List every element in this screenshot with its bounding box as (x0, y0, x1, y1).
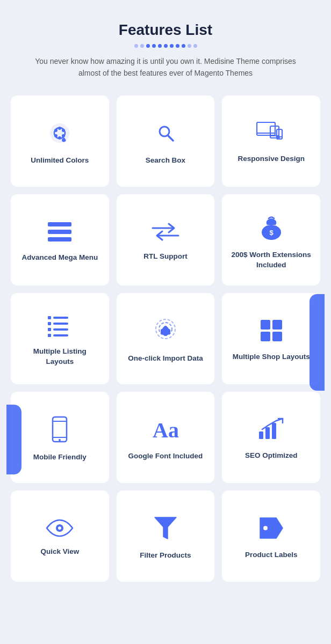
feature-card-quick-view[interactable]: Quick View (11, 491, 109, 582)
feature-card-unlimited-colors[interactable]: Unlimited Colors (11, 96, 109, 187)
svg-point-7 (54, 129, 57, 132)
svg-point-46 (59, 439, 61, 441)
svg-rect-32 (53, 334, 68, 336)
dot (134, 44, 138, 48)
feature-label-quick-view: Quick View (40, 547, 79, 557)
feature-card-product-labels[interactable]: Product Labels (222, 491, 320, 582)
dot (188, 44, 191, 48)
svg-rect-49 (265, 427, 270, 439)
svg-rect-39 (261, 320, 270, 330)
feature-label-unlimited-colors: Unlimited Colors (31, 156, 89, 166)
seo-icon (258, 418, 285, 441)
svg-rect-50 (272, 423, 276, 439)
feature-card-one-click-import[interactable]: One-click Import Data (117, 293, 215, 384)
feature-label-rtl-support: RTL Support (143, 252, 188, 262)
page-wrapper: Features List You never know how amazing… (0, 0, 331, 603)
feature-card-rtl-support[interactable]: RTL Support (117, 194, 215, 286)
dot (158, 44, 162, 48)
feature-card-filter-products[interactable]: Filter Products (117, 491, 215, 582)
search-icon (153, 120, 178, 146)
svg-rect-29 (48, 328, 51, 331)
svg-rect-28 (53, 323, 68, 325)
feature-label-advanced-mega-menu: Advanced Mega Menu (21, 253, 98, 263)
svg-rect-41 (261, 332, 270, 341)
filter-icon (154, 515, 177, 541)
svg-rect-20 (48, 237, 71, 241)
svg-point-6 (54, 134, 57, 137)
features-header: Features List You never know how amazing… (11, 21, 320, 79)
svg-rect-42 (272, 332, 282, 341)
feature-card-responsive-design[interactable]: Responsive Design (222, 96, 320, 187)
svg-rect-37 (161, 329, 163, 334)
feature-label-one-click-import: One-click Import Data (128, 354, 203, 364)
svg-point-3 (62, 129, 65, 132)
svg-text:Aa: Aa (153, 418, 179, 442)
svg-point-0 (50, 123, 69, 143)
list-icon (47, 314, 73, 337)
feature-card-mobile-friendly[interactable]: Mobile Friendly (11, 392, 109, 483)
svg-rect-31 (48, 334, 51, 337)
dot (152, 44, 156, 48)
feature-card-advanced-mega-menu[interactable]: Advanced Mega Menu (11, 194, 109, 286)
feature-label-multiple-listing: Multiple Listing Layouts (19, 347, 100, 367)
grid-icon (260, 319, 283, 342)
feature-label-mobile-friendly: Mobile Friendly (33, 452, 87, 463)
feature-card-google-font[interactable]: Aa Google Font Included (117, 392, 215, 483)
decorative-dots (11, 44, 320, 48)
dot (176, 44, 179, 48)
svg-rect-27 (48, 322, 51, 325)
svg-rect-25 (48, 316, 51, 319)
feature-card-seo-optimized[interactable]: SEO Optimized (222, 392, 320, 483)
money-bag-icon: $ (260, 214, 283, 240)
touch-icon (154, 317, 177, 344)
feature-label-product-labels: Product Labels (245, 550, 298, 560)
dot (182, 44, 185, 48)
palette-icon (47, 120, 73, 146)
feature-card-200-worth[interactable]: $ 200$ Worth Extensions Included (222, 194, 320, 286)
feature-card-multiple-listing[interactable]: Multiple Listing Layouts (11, 293, 109, 384)
menu-icon (47, 221, 73, 243)
eye-icon (46, 519, 74, 537)
svg-rect-26 (53, 317, 68, 319)
svg-rect-40 (272, 320, 282, 330)
svg-point-52 (58, 526, 61, 530)
page-title: Features List (11, 21, 320, 39)
mobile-icon (52, 416, 68, 443)
feature-label-filter-products: Filter Products (140, 551, 191, 561)
tag-icon (258, 516, 285, 540)
feature-card-multiple-shop[interactable]: Multiple Shop Layouts (222, 293, 320, 384)
header-description: You never know how amazing it is until y… (31, 55, 300, 79)
dot (193, 44, 197, 48)
features-grid-section: Unlimited Colors Search Box (11, 96, 320, 582)
dot (140, 44, 144, 48)
feature-label-google-font: Google Font Included (128, 451, 203, 462)
svg-text:$: $ (269, 229, 274, 237)
svg-point-17 (279, 137, 280, 138)
svg-point-2 (58, 127, 61, 130)
dot (170, 44, 174, 48)
feature-label-search-box: Search Box (146, 156, 185, 166)
features-grid: Unlimited Colors Search Box (11, 96, 320, 582)
svg-rect-36 (164, 326, 167, 333)
feature-label-multiple-shop: Multiple Shop Layouts (233, 352, 310, 362)
svg-rect-19 (48, 230, 71, 234)
svg-rect-48 (259, 431, 263, 439)
svg-rect-18 (48, 222, 71, 226)
svg-point-4 (62, 134, 65, 137)
dot (164, 44, 168, 48)
font-icon: Aa (152, 417, 179, 442)
feature-label-responsive-design: Responsive Design (238, 154, 305, 164)
svg-rect-30 (53, 328, 68, 331)
svg-point-5 (58, 136, 61, 140)
svg-line-9 (168, 136, 173, 141)
svg-point-53 (263, 526, 268, 530)
feature-card-search-box[interactable]: Search Box (117, 96, 215, 187)
responsive-icon (256, 122, 286, 144)
feature-label-seo-optimized: SEO Optimized (245, 451, 298, 461)
svg-rect-38 (168, 329, 170, 334)
svg-rect-43 (53, 417, 67, 442)
feature-label-200-worth: 200$ Worth Extensions Included (231, 250, 312, 270)
rtl-icon (152, 222, 179, 242)
dot (146, 44, 150, 48)
